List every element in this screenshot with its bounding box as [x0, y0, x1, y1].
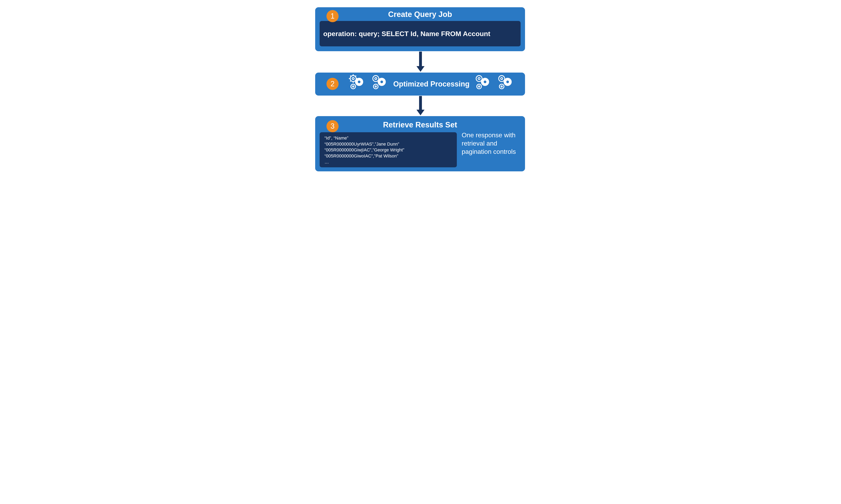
step1-code-box: operation: query; SELECT Id, Name FROM A… — [320, 21, 520, 47]
svg-point-20 — [476, 76, 482, 82]
svg-point-13 — [353, 86, 354, 87]
result-row: “005R0000000UyrWIAS”,”Jane Dunn” — [324, 141, 452, 147]
svg-point-0 — [350, 76, 356, 82]
step1-badge: 1 — [326, 10, 339, 22]
result-ellipsis: … — [324, 159, 452, 165]
svg-point-18 — [374, 84, 378, 89]
svg-point-24 — [477, 84, 481, 89]
diagram-canvas: Create Query Job operation: query; SELEC… — [273, 0, 568, 181]
arrow-1to2-icon — [419, 52, 422, 67]
svg-point-21 — [478, 78, 480, 79]
step1-number: 1 — [330, 12, 334, 20]
svg-point-1 — [352, 78, 354, 79]
svg-point-30 — [499, 84, 504, 89]
step2-number: 2 — [330, 79, 334, 88]
arrow-2to3-icon — [419, 96, 422, 111]
step1-title: Create Query Job — [315, 7, 525, 19]
result-row: “005R0000000GiwoIAC”,”Pat Wilson” — [324, 153, 452, 159]
svg-point-31 — [501, 86, 502, 87]
svg-point-12 — [351, 84, 356, 89]
gears-icon — [474, 76, 492, 92]
step3-badge: 3 — [326, 120, 339, 132]
svg-line-6 — [350, 76, 351, 76]
svg-point-19 — [375, 86, 377, 87]
step3-title: Retrieve Results Set — [315, 116, 525, 129]
svg-point-23 — [484, 80, 486, 83]
gears-icon — [497, 76, 515, 92]
step2-badge: 2 — [326, 78, 339, 90]
svg-point-25 — [478, 86, 480, 87]
step3-number: 3 — [330, 122, 334, 130]
svg-line-9 — [355, 76, 356, 76]
svg-point-17 — [380, 80, 383, 83]
gears-icon — [371, 76, 389, 92]
step2-panel: Optimized Processing — [315, 73, 525, 95]
gears-icon — [348, 76, 366, 92]
svg-point-14 — [373, 76, 379, 82]
result-row: “005R0000000GiwjIAC”,”George Wright” — [324, 147, 452, 153]
svg-point-15 — [375, 78, 377, 79]
svg-point-27 — [501, 78, 503, 79]
svg-point-26 — [499, 76, 505, 82]
svg-point-29 — [506, 80, 509, 83]
svg-line-8 — [350, 80, 351, 82]
result-header: “Id”, “Name” — [324, 135, 452, 141]
step1-code: operation: query; SELECT Id, Name FROM A… — [320, 30, 490, 38]
step2-title: Optimized Processing — [393, 80, 469, 88]
step3-results-box: “Id”, “Name” “005R0000000UyrWIAS”,”Jane … — [320, 132, 457, 167]
step3-note: One response with retrieval and paginati… — [462, 131, 522, 156]
